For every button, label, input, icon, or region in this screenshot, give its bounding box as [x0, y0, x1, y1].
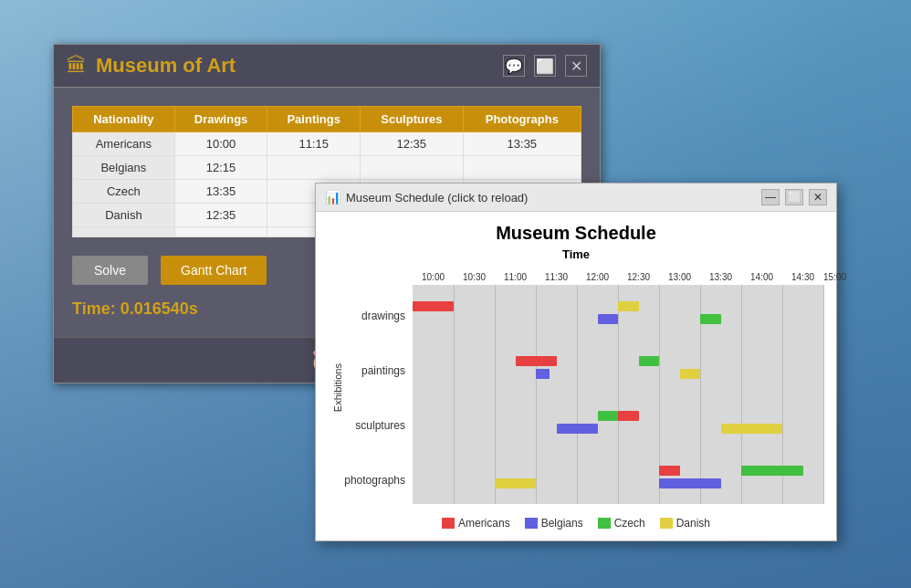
- legend-label: Belgians: [541, 517, 583, 530]
- legend-item: Czech: [598, 517, 645, 530]
- legend-label: Czech: [614, 517, 645, 530]
- table-cell: 10:00: [174, 132, 267, 156]
- legend-item: Belgians: [525, 517, 583, 530]
- y-label: photographs: [347, 453, 413, 508]
- legend-item: Americans: [442, 517, 510, 530]
- gantt-window-title[interactable]: Museum Schedule (click to reload): [346, 191, 528, 205]
- titlebar-controls: 💬 ⬜ ✕: [503, 55, 587, 77]
- table-cell: [267, 156, 361, 180]
- table-cell: 12:35: [360, 132, 463, 156]
- grid-line: [823, 285, 824, 504]
- grid-line: [495, 285, 496, 504]
- y-axis-title: Exhibitions: [332, 363, 343, 412]
- time-label: 12:00: [577, 272, 618, 282]
- gantt-close[interactable]: ✕: [809, 189, 827, 205]
- gantt-bar: [618, 411, 639, 421]
- grid-line: [454, 285, 455, 504]
- solve-button[interactable]: Solve: [72, 256, 148, 285]
- legend-label: Danish: [676, 517, 710, 530]
- gantt-window-icon: 📊: [325, 190, 340, 205]
- museum-titlebar: 🏛 Museum of Art 💬 ⬜ ✕: [54, 45, 600, 88]
- legend-color: [525, 518, 538, 529]
- gantt-button[interactable]: Gantt Chart: [161, 256, 267, 285]
- grid-line: [577, 285, 578, 504]
- time-label: 14:30: [782, 272, 823, 282]
- gantt-main: 10:0010:3011:0011:3012:0012:3013:0013:30…: [413, 268, 823, 508]
- table-cell: [463, 156, 581, 180]
- gantt-bar: [659, 478, 721, 488]
- gantt-chart-subtitle: Time: [329, 247, 823, 261]
- gantt-y-labels: drawingspaintingssculpturesphotographs: [347, 268, 413, 508]
- gantt-bar: [598, 411, 619, 421]
- minimize-button[interactable]: 💬: [503, 55, 525, 77]
- title-left: 🏛 Museum of Art: [67, 54, 236, 78]
- gantt-controls: — ⬜ ✕: [761, 189, 827, 205]
- gantt-bar: [557, 424, 598, 434]
- table-cell: 13:35: [174, 180, 267, 204]
- gantt-bar: [700, 314, 721, 324]
- col-photographs: Photographs: [463, 107, 581, 132]
- col-nationality: Nationality: [73, 107, 175, 132]
- time-label: 11:30: [536, 272, 577, 282]
- table-cell: 12:15: [174, 156, 267, 180]
- gantt-bar: [495, 478, 536, 488]
- table-row: Americans10:0011:1512:3513:35: [73, 132, 581, 156]
- legend-color: [660, 518, 673, 529]
- gantt-chart-area: Exhibitions drawingspaintingssculpturesp…: [329, 268, 823, 508]
- time-label: 13:00: [659, 272, 700, 282]
- table-cell: [360, 156, 463, 180]
- time-label: 10:00: [413, 272, 454, 282]
- time-header: 10:0010:3011:0011:3012:0012:3013:0013:30…: [413, 268, 823, 285]
- legend-label: Americans: [458, 517, 510, 530]
- time-label: 14:00: [741, 272, 782, 282]
- gantt-window: 📊 Museum Schedule (click to reload) — ⬜ …: [315, 183, 837, 541]
- gantt-bar: [536, 369, 550, 379]
- gantt-bar: [659, 466, 680, 476]
- gantt-bar: [741, 466, 803, 476]
- col-paintings: Paintings: [267, 107, 361, 132]
- table-cell: Czech: [73, 180, 175, 204]
- gantt-plot: [413, 285, 823, 504]
- y-label: sculptures: [347, 398, 413, 453]
- grid-line: [618, 285, 619, 504]
- y-label: paintings: [347, 343, 413, 398]
- time-label: 10:30: [454, 272, 495, 282]
- table-cell: Americans: [73, 132, 175, 156]
- gantt-bar: [598, 314, 619, 324]
- gantt-title-left: 📊 Museum Schedule (click to reload): [325, 190, 528, 205]
- table-cell: Belgians: [73, 156, 175, 180]
- time-label: 13:30: [700, 272, 741, 282]
- time-label: 12:30: [618, 272, 659, 282]
- gantt-bar: [721, 424, 783, 434]
- y-label: drawings: [347, 289, 413, 343]
- maximize-button[interactable]: ⬜: [534, 55, 556, 77]
- gantt-chart-title: Museum Schedule: [329, 223, 823, 244]
- close-button[interactable]: ✕: [565, 55, 587, 77]
- legend-item: Danish: [660, 517, 710, 530]
- gantt-titlebar: 📊 Museum Schedule (click to reload) — ⬜ …: [316, 184, 836, 212]
- museum-title: Museum of Art: [96, 54, 236, 78]
- col-drawings: Drawings: [174, 107, 267, 132]
- col-sculptures: Sculptures: [360, 107, 463, 132]
- gantt-legend: AmericansBelgiansCzechDanish: [329, 517, 823, 530]
- gantt-bar: [618, 301, 639, 311]
- gantt-bar: [639, 356, 660, 366]
- gantt-bar: [516, 356, 557, 366]
- gantt-bar: [680, 369, 701, 379]
- table-row: Belgians12:15: [73, 156, 581, 180]
- table-cell: 11:15: [267, 132, 361, 156]
- table-cell: Danish: [73, 204, 175, 227]
- table-cell: 12:35: [174, 204, 267, 227]
- gantt-bar: [413, 301, 454, 311]
- gantt-maximize[interactable]: ⬜: [785, 189, 803, 205]
- grid-line: [536, 285, 537, 504]
- gantt-content: Museum Schedule Time Exhibitions drawing…: [316, 212, 836, 541]
- time-label: 11:00: [495, 272, 536, 282]
- legend-color: [442, 518, 455, 529]
- legend-color: [598, 518, 611, 529]
- museum-icon: 🏛: [67, 54, 87, 78]
- table-cell: 13:35: [463, 132, 581, 156]
- gantt-minimize[interactable]: —: [761, 189, 780, 205]
